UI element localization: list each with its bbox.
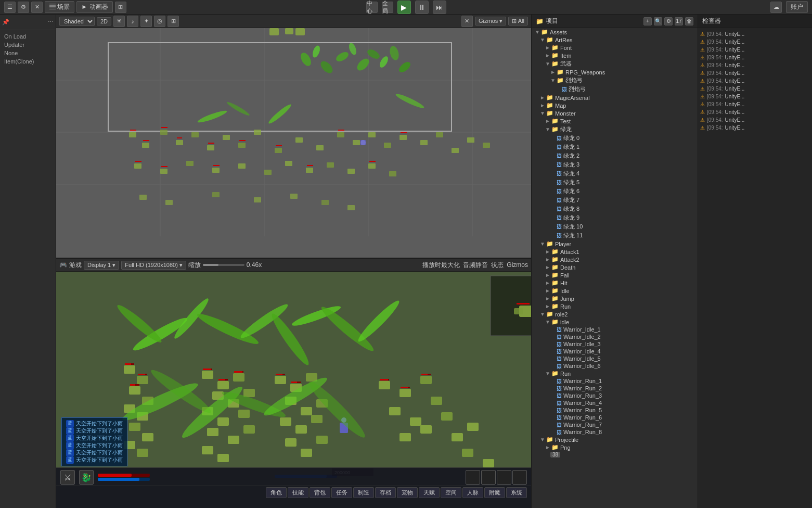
project-delete-btn[interactable]: 🗑	[685, 17, 693, 26]
tree-item-wr2[interactable]: 🖼 Warrior_Run_2	[532, 385, 698, 392]
gizmos-btn[interactable]: Gizmos ▾	[475, 17, 506, 26]
layout-icon[interactable]: ⊞	[115, 2, 126, 13]
close-icon[interactable]: ✕	[31, 2, 43, 13]
tree-item-item[interactable]: ► 📁 Item	[532, 52, 698, 59]
effects-icon[interactable]: ✦	[140, 16, 152, 27]
gizmos-label2[interactable]: Gizmos	[507, 261, 528, 269]
maximize-label[interactable]: 播放时最大化	[422, 261, 460, 270]
tree-item-player[interactable]: ▼ 📁 Player	[532, 240, 698, 248]
project-settings-btn[interactable]: ⚙	[664, 17, 673, 26]
left-item-on-load[interactable]: On Load	[0, 32, 56, 41]
tab-system[interactable]: 系统	[506, 487, 527, 498]
tree-item-wr5[interactable]: 🖼 Warrior_Run_5	[532, 407, 698, 414]
tree-item-lvlong[interactable]: ▼ 📁 绿龙	[532, 125, 698, 134]
tab-talent[interactable]: 天赋	[419, 487, 440, 498]
tree-item-assets[interactable]: ▼ 📁 Assets	[532, 28, 698, 36]
tree-item-lv3[interactable]: 🖼 绿龙 3	[532, 160, 698, 169]
tab-network[interactable]: 人脉	[462, 487, 483, 498]
pause-button[interactable]: ⏸	[415, 1, 429, 14]
tree-item-run2[interactable]: ▼ 📁 Run	[532, 370, 698, 377]
left-panel-more[interactable]: ⋯	[48, 19, 54, 26]
tree-item-font[interactable]: ► 📁 Font	[532, 44, 698, 52]
tab-enchant[interactable]: 附魔	[484, 487, 505, 498]
tree-item-wi5[interactable]: 🖼 Warrior_Idle_5	[532, 355, 698, 362]
tree-item-lv2[interactable]: 🖼 绿龙 2	[532, 151, 698, 160]
tab-quest[interactable]: 任务	[331, 487, 352, 498]
tree-item-wr3[interactable]: 🖼 Warrior_Run_3	[532, 392, 698, 399]
tree-item-test[interactable]: ► 📁 Test	[532, 117, 698, 125]
tree-item-run[interactable]: ► 📁 Run	[532, 302, 698, 310]
tree-item-fall[interactable]: ► 📁 Fall	[532, 271, 698, 279]
scene-canvas[interactable]	[56, 28, 531, 258]
hidden-icon[interactable]: ◎	[154, 16, 165, 27]
cloud-icon[interactable]: ☁	[770, 2, 782, 13]
menu-icon[interactable]: ☰	[4, 2, 16, 13]
tree-item-jump[interactable]: ► 📁 Jump	[532, 295, 698, 302]
tree-item-projectile[interactable]: ▼ 📁 Projectile	[532, 436, 698, 443]
step-button[interactable]: ⏭	[433, 1, 446, 14]
tree-item-lv8[interactable]: 🖼 绿龙 8	[532, 205, 698, 213]
tree-item-lv5[interactable]: 🖼 绿龙 5	[532, 178, 698, 187]
left-item-updater[interactable]: Updater	[0, 41, 56, 49]
account-label[interactable]: 账户	[786, 1, 808, 13]
scene-close-icon[interactable]: ✕	[461, 16, 473, 27]
tree-item-wr1[interactable]: 🖼 Warrior_Run_1	[532, 377, 698, 385]
status-label[interactable]: 状态	[491, 261, 504, 270]
tree-item-wi3[interactable]: 🖼 Warrior_Idle_3	[532, 340, 698, 348]
scene-tab[interactable]: ▤ 场景	[45, 1, 74, 13]
tab-pet[interactable]: 宠物	[397, 487, 418, 498]
tab-craft[interactable]: 制造	[353, 487, 374, 498]
play-button[interactable]: ▶	[397, 1, 411, 14]
full-btn[interactable]: 全局	[382, 2, 393, 13]
center-btn[interactable]: 中心	[366, 2, 378, 13]
tree-item-lv6[interactable]: 🖼 绿龙 6	[532, 187, 698, 196]
tab-skill[interactable]: 技能	[288, 487, 308, 498]
tree-item-png[interactable]: ► 📁 Png	[532, 443, 698, 451]
tree-item-magicarsenal[interactable]: ► 📁 MagicArsenal	[532, 94, 698, 101]
tree-item-wr6[interactable]: 🖼 Warrior_Run_6	[532, 414, 698, 421]
game-tab-label[interactable]: 游戏	[69, 261, 82, 270]
tree-item-attack2[interactable]: ► 📁 Attack2	[532, 256, 698, 263]
left-item-none[interactable]: None	[0, 49, 56, 57]
tree-item-lv9[interactable]: 🖼 绿龙 9	[532, 213, 698, 222]
tree-item-lv11[interactable]: 🖼 绿龙 11	[532, 231, 698, 240]
tree-item-idle[interactable]: ► 📁 Idle	[532, 287, 698, 295]
tree-item-wr7[interactable]: 🖼 Warrior_Run_7	[532, 421, 698, 428]
left-item-item[interactable]: Item(Clone)	[0, 57, 56, 66]
tree-item-role2[interactable]: ▼ 📁 role2	[532, 310, 698, 318]
tree-item-wuqi[interactable]: ▼ 📁 武器	[532, 59, 698, 68]
tree-item-lv10[interactable]: 🖼 绿龙 10	[532, 222, 698, 231]
skill-slot-2[interactable]	[481, 470, 496, 485]
tree-item-map[interactable]: ► 📁 Map	[532, 101, 698, 109]
tree-item-wr4[interactable]: 🖼 Warrior_Run_4	[532, 399, 698, 407]
2d-btn[interactable]: 2D	[97, 17, 111, 26]
tab-role[interactable]: 角色	[266, 487, 287, 498]
tab-bag[interactable]: 背包	[310, 487, 330, 498]
tree-item-wi1[interactable]: 🖼 Warrior_Idle_1	[532, 326, 698, 333]
tree-item-idle2[interactable]: ▼ 📁 idle	[532, 318, 698, 326]
project-add-btn[interactable]: +	[643, 17, 652, 26]
shading-select[interactable]: Shaded	[59, 17, 95, 26]
tree-item-monster[interactable]: ▼ 📁 Monster	[532, 109, 698, 117]
game-canvas[interactable]: 200000 蓝 天空开始下到了小雨	[56, 272, 531, 508]
char-icon-1[interactable]: ⚔	[60, 470, 75, 485]
animator-tab[interactable]: ► 动画器	[76, 1, 112, 13]
resolution-select[interactable]: Full HD (1920x1080) ▾	[121, 261, 186, 270]
grid-icon[interactable]: ⊞	[167, 16, 179, 27]
skill-slot-3[interactable]	[497, 470, 511, 485]
all-btn[interactable]: ⊞ All	[508, 17, 528, 26]
settings-icon[interactable]: ⚙	[18, 2, 29, 13]
tree-item-attack1[interactable]: ► 📁 Attack1	[532, 248, 698, 256]
audio-icon[interactable]: ♪	[127, 16, 138, 27]
tree-item-hit[interactable]: ► 📁 Hit	[532, 279, 698, 287]
tree-item-liehuo-folder[interactable]: ▼ 📁 烈焰弓	[532, 76, 698, 85]
tree-item-wr8[interactable]: 🖼 Warrior_Run_8	[532, 428, 698, 436]
tree-item-lv4[interactable]: 🖼 绿龙 4	[532, 169, 698, 178]
project-search-btn[interactable]: 🔍	[654, 17, 662, 26]
tree-item-death[interactable]: ► 📁 Death	[532, 263, 698, 271]
tree-item-lv1[interactable]: 🖼 绿龙 1	[532, 143, 698, 151]
tree-item-wi6[interactable]: 🖼 Warrior_Idle_6	[532, 362, 698, 370]
mute-label[interactable]: 音频静音	[463, 261, 488, 270]
tree-item-artres[interactable]: ▼ 📁 ArtRes	[532, 36, 698, 44]
tab-save[interactable]: 存档	[375, 487, 396, 498]
